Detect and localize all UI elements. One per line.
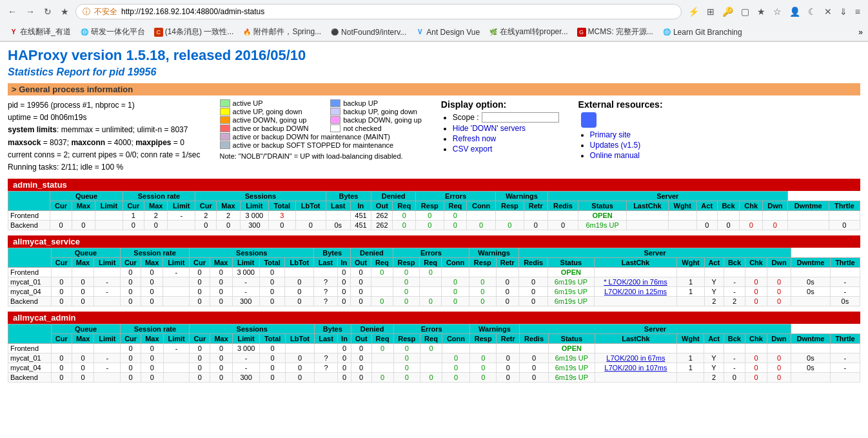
table-cell: 0 [72,363,94,373]
section-title-admin_status[interactable]: admin_status [8,179,860,191]
th-empty [8,192,50,211]
bookmark-label: MCMS: 完整开源... [588,26,653,37]
th-conn: Conn [467,201,496,211]
bookmark-github[interactable]: ⚫ NotFound9/interv... [326,26,410,38]
bookmark-youdao[interactable]: Y 在线翻译_有道 [5,25,75,39]
table-cell: 0 [141,297,163,306]
table-cell: 0 [337,297,351,306]
download-button[interactable]: ⇓ [837,5,850,18]
table-cell [704,268,724,277]
th-errors: Errors [393,248,469,258]
person-button[interactable]: 👤 [787,5,803,18]
csv-link[interactable]: CSV export [453,144,492,154]
table-cell [72,344,94,353]
th-lastchk: LastChk [627,201,669,211]
manual-link[interactable]: Online manual [590,151,640,160]
screenshot-button[interactable]: ▢ [738,5,752,18]
key-icon[interactable]: 🔑 [720,5,736,18]
bookmark-yaml[interactable]: 🌿 在线yaml转proper... [485,25,571,39]
table-cell: 2 [144,211,168,221]
table-cell: 0 [767,277,791,287]
grid-button[interactable]: ⊞ [704,5,717,18]
table-cell: 1 [123,211,144,221]
section-title-allmycat_service[interactable]: allmycat_service [8,235,860,248]
table-cell: 0 [121,287,141,297]
th-limit: Limit [163,334,190,344]
table-cell: 0 [393,353,420,363]
address-bar[interactable]: ⓘ 不安全 http://192.168.92.104:48800/admin-… [75,4,682,19]
th-status: Status [548,258,594,268]
running-tasks-line: Running tasks: 2/11; idle = 100 % [8,161,201,174]
star-button[interactable]: ★ [755,5,768,18]
table-cell: - [830,353,860,363]
table-cell: 0 [260,373,286,383]
th-warnings: Warnings [496,192,548,201]
table-cell: 0 [519,353,548,363]
table-cell [420,353,442,363]
bookmarks-overflow[interactable]: » [858,28,863,37]
refresh-button[interactable]: ↻ [41,5,54,18]
bookmark-csdn[interactable]: C (14条消息) 一致性... [150,25,238,39]
table-cell: 0 [442,297,469,306]
table-cell: 0 [829,221,860,230]
extensions-button[interactable]: ⚡ [686,5,702,18]
bookmark-git[interactable]: 🌐 Learn Git Branching [658,26,746,38]
star2-button[interactable]: ☆ [771,5,784,18]
refresh-link[interactable]: Refresh now [453,134,496,143]
table-cell: 0 [444,211,467,221]
table-cell: 0 [285,277,314,287]
table-cell: 0 [393,268,419,277]
th-resp: Resp [496,201,524,211]
table-cell: 0 [524,221,547,230]
table-cell: 0 [740,221,763,230]
scope-input[interactable] [482,112,559,123]
bookmark-mcms[interactable]: G MCMS: 完整开源... [573,25,657,39]
legend-color-active-up [220,99,230,107]
bookmark-label: 在线翻译_有道 [20,26,71,37]
table-cell: 0 [519,297,548,306]
table-row-backend: Backend000000300000000000006m19s UP2000 [8,373,860,383]
bookmark-devops[interactable]: 🌐 研发一体化平台 [76,25,149,39]
table-cell: 0 [72,221,95,230]
close-ext-button[interactable]: ✕ [822,5,834,18]
table-cell [830,268,860,277]
th-retr: Retr [497,334,520,344]
table-cell [467,211,496,221]
th-resp: Resp [393,258,419,268]
refresh-item: Refresh now [453,134,559,143]
legend-soft-stopped: active or backup SOFT STOPPED for mainte… [220,141,422,149]
table-admin_status: Queue Session rate Sessions Bytes Denied… [8,191,860,230]
menu-button[interactable]: ≡ [853,5,863,18]
hide-down-link[interactable]: Hide 'DOWN' servers [453,124,526,133]
forward-button[interactable]: → [23,5,37,18]
table-cell: 0 [371,268,393,277]
th-warnings: Warnings [469,248,519,258]
primary-site-link[interactable]: Primary site [590,130,631,139]
back-button[interactable]: ← [5,5,19,18]
bookmark-spring[interactable]: 🔥 附件邮件，Spring... [239,25,325,39]
table-row-frontend: Frontend00-003 000000000OPEN [8,344,860,353]
table-cell: 0 [259,287,285,297]
th-req: Req [444,201,467,211]
th-limit: Limit [168,201,195,211]
table-cell [595,373,677,383]
table-cell [830,344,860,353]
table-cell: 0 [286,373,315,383]
table-cell: - [163,344,190,353]
table-cell: ? [314,297,337,306]
table-cell: 6m19s UP [548,277,594,287]
home-button[interactable]: ★ [58,5,72,18]
moon-button[interactable]: ☾ [805,5,819,18]
table-cell: 0 [496,297,518,306]
bookmark-antd[interactable]: V Ant Design Vue [411,26,484,38]
maxsock-line: maxsock = 8037; maxconn = 4000; maxpipes… [8,137,201,149]
updates-link[interactable]: Updates (v1.5) [590,141,641,150]
table-cell [163,297,190,306]
th-sessions: Sessions [190,324,314,334]
section-header[interactable]: > General process information [8,83,860,95]
table-cell: 0 [469,277,496,287]
table-cell [830,373,860,383]
section-title-allmycat_admin[interactable]: allmycat_admin [8,312,860,324]
table-cell: 0 [745,287,767,297]
table-cell [791,344,830,353]
